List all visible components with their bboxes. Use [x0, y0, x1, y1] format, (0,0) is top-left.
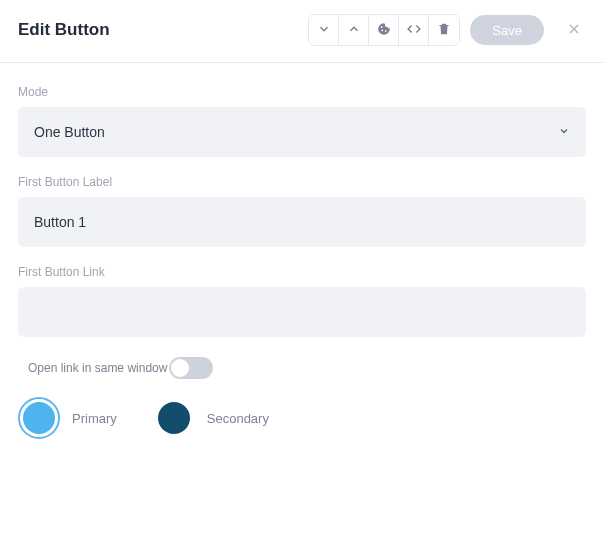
first-button-label-label: First Button Label: [18, 175, 586, 189]
first-button-label-input[interactable]: [18, 197, 586, 247]
primary-swatch: [18, 397, 60, 439]
primary-label: Primary: [72, 411, 117, 426]
move-up-button[interactable]: [339, 15, 369, 45]
trash-icon: [437, 22, 451, 39]
chevron-up-icon: [347, 22, 361, 39]
code-button[interactable]: [399, 15, 429, 45]
delete-button[interactable]: [429, 15, 459, 45]
toolbar-group: [308, 14, 460, 46]
cookie-icon: [377, 22, 391, 39]
code-icon: [407, 22, 421, 39]
open-same-window-toggle[interactable]: [169, 357, 213, 379]
mode-value: One Button: [34, 124, 105, 140]
primary-swatch-inner: [23, 402, 55, 434]
open-same-window-label: Open link in same window: [28, 361, 167, 375]
save-button[interactable]: Save: [470, 15, 544, 45]
chevron-down-icon: [317, 22, 331, 39]
secondary-label: Secondary: [207, 411, 269, 426]
style-option-primary[interactable]: Primary: [18, 397, 117, 439]
mode-label: Mode: [18, 85, 586, 99]
move-down-button[interactable]: [309, 15, 339, 45]
first-button-link-label: First Button Link: [18, 265, 586, 279]
theme-button[interactable]: [369, 15, 399, 45]
toggle-knob: [171, 359, 189, 377]
close-icon: [566, 21, 582, 40]
style-option-secondary[interactable]: Secondary: [153, 397, 269, 439]
secondary-swatch-inner: [158, 402, 190, 434]
close-button[interactable]: [562, 18, 586, 42]
first-button-link-input[interactable]: [18, 287, 586, 337]
header-actions: Save: [308, 14, 586, 46]
secondary-swatch: [153, 397, 195, 439]
mode-select[interactable]: One Button: [18, 107, 586, 157]
panel-title: Edit Button: [18, 20, 110, 40]
